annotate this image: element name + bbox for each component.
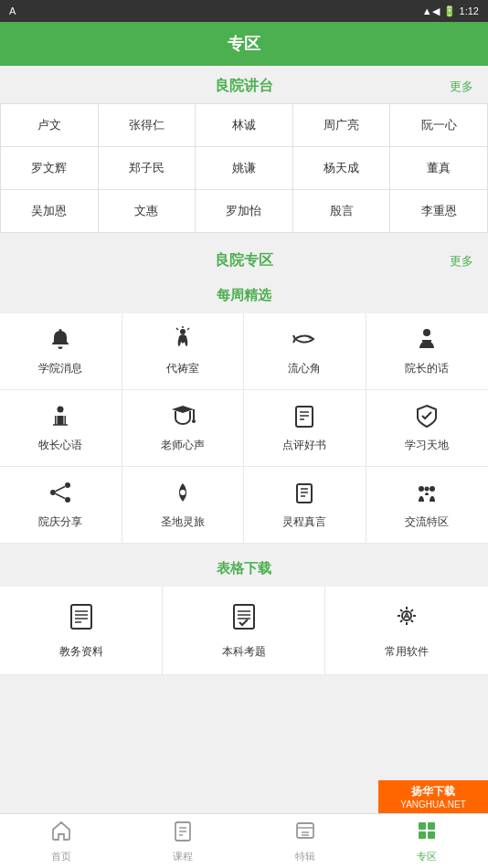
weekly-item-label: 圣地灵旅 bbox=[161, 514, 205, 530]
list-item[interactable]: 郑子民 bbox=[99, 147, 196, 190]
watermark-line2: YANGHUA.NET bbox=[400, 799, 466, 810]
exam-icon bbox=[229, 601, 259, 637]
list-item[interactable]: 李重恩 bbox=[390, 190, 488, 233]
teacher-icon bbox=[170, 403, 196, 432]
weekly-item-muzhanxinyu[interactable]: 牧长心语 bbox=[0, 390, 122, 467]
weekly-item-label: 牧长心语 bbox=[38, 438, 82, 453]
nav-item-special[interactable]: 特辑 bbox=[244, 814, 366, 869]
list-item[interactable]: 殷言 bbox=[293, 190, 391, 233]
svg-rect-32 bbox=[234, 605, 254, 629]
liangyuan-lecture-more[interactable]: 更多 bbox=[446, 79, 473, 95]
weekly-item-jiaoliutequv[interactable]: 交流特区 bbox=[366, 467, 489, 544]
bell-icon bbox=[48, 326, 73, 355]
weekly-item-xueyuanxiaoxi[interactable]: 学院消息 bbox=[0, 313, 122, 390]
weekly-item-label: 老师心声 bbox=[161, 438, 205, 453]
table-download-title: 表格下载 bbox=[217, 560, 271, 576]
liangyuan-zone-more[interactable]: 更多 bbox=[446, 253, 473, 270]
nav-item-course[interactable]: 课程 bbox=[122, 814, 245, 869]
table-item-changyongruanjian[interactable]: 常用软件 bbox=[325, 587, 488, 675]
fish-icon bbox=[290, 326, 319, 355]
table-item-label: 常用软件 bbox=[385, 644, 429, 660]
share-icon bbox=[48, 480, 73, 509]
special-icon bbox=[294, 820, 316, 847]
shield-icon bbox=[414, 403, 440, 432]
weekly-item-label: 交流特区 bbox=[405, 514, 449, 530]
list-item[interactable]: 卢文 bbox=[1, 104, 99, 147]
liangyuan-lecture-grid: 卢文 张得仁 林诚 周广亮 阮一心 罗文辉 郑子民 姚谦 杨天成 董真 吴加恩 … bbox=[0, 103, 488, 233]
list-item[interactable]: 董真 bbox=[390, 147, 488, 190]
list-item[interactable]: 罗文辉 bbox=[1, 147, 99, 190]
table-download-grid: 教务资料 本科考题 bbox=[0, 587, 488, 675]
weekly-item-lingchengshenyan[interactable]: 灵程真言 bbox=[244, 467, 366, 544]
svg-point-5 bbox=[423, 329, 430, 336]
book-icon bbox=[292, 403, 317, 432]
nav-label-home: 首页 bbox=[51, 850, 71, 863]
liangyuan-lecture-header: 良院讲台 更多 bbox=[0, 66, 488, 103]
holy-icon bbox=[170, 480, 196, 509]
svg-point-4 bbox=[309, 336, 312, 339]
status-time: 1:12 bbox=[460, 5, 479, 16]
nav-label-special: 特辑 bbox=[295, 850, 315, 863]
header: 专区 bbox=[0, 22, 488, 66]
svg-line-3 bbox=[176, 328, 178, 330]
table-download-header: 表格下载 bbox=[0, 551, 488, 587]
list-item[interactable]: 罗加怡 bbox=[196, 190, 293, 233]
list-item[interactable]: 阮一心 bbox=[390, 104, 488, 147]
weekly-selection-grid: 学院消息 代祷室 bbox=[0, 313, 488, 544]
list-item[interactable]: 杨天成 bbox=[293, 147, 391, 190]
nav-label-zone: 专区 bbox=[417, 850, 437, 863]
weekly-item-yuanzhangdehua[interactable]: 院长的话 bbox=[366, 313, 489, 390]
watermark: 扬华下载 YANGHUA.NET bbox=[378, 780, 488, 813]
bottom-nav: 首页 课程 特辑 bbox=[0, 813, 488, 868]
svg-line-18 bbox=[56, 494, 65, 499]
svg-point-26 bbox=[425, 487, 430, 492]
table-item-label: 本科考题 bbox=[222, 644, 266, 660]
weekly-item-label: 流心角 bbox=[288, 361, 321, 376]
software-icon bbox=[392, 601, 421, 637]
svg-line-2 bbox=[187, 328, 189, 330]
table-item-benkekaoti[interactable]: 本科考题 bbox=[163, 587, 325, 675]
pastor-icon bbox=[48, 403, 73, 432]
weekly-item-dianpinghaoshu[interactable]: 点评好书 bbox=[244, 390, 366, 467]
list-item[interactable]: 张得仁 bbox=[99, 104, 196, 147]
status-app-icon: A bbox=[9, 5, 16, 16]
liangyuan-zone-header: 良院专区 更多 bbox=[0, 240, 488, 278]
svg-rect-6 bbox=[422, 340, 431, 342]
status-bar: A ▲◀ 🔋 1:12 bbox=[0, 0, 488, 22]
weekly-item-laoshixinsheng[interactable]: 老师心声 bbox=[122, 390, 245, 467]
weekly-item-label: 代祷室 bbox=[166, 361, 199, 376]
main-content: 良院讲台 更多 卢文 张得仁 林诚 周广亮 阮一心 罗文辉 郑子民 姚谦 杨天成… bbox=[0, 66, 488, 748]
weekly-item-label: 点评好书 bbox=[282, 438, 326, 453]
exchange-icon bbox=[414, 480, 440, 509]
status-right: ▲◀ 🔋 1:12 bbox=[422, 5, 479, 17]
svg-rect-47 bbox=[419, 831, 426, 839]
weekly-item-daotaoshi[interactable]: 代祷室 bbox=[122, 313, 245, 390]
svg-point-15 bbox=[50, 490, 56, 495]
table-item-jiaowuziliao[interactable]: 教务资料 bbox=[0, 587, 163, 675]
weekly-item-label: 院庆分享 bbox=[38, 514, 82, 530]
nav-item-zone[interactable]: 专区 bbox=[366, 814, 489, 869]
weekly-item-xuexitiandi[interactable]: 学习天地 bbox=[366, 390, 489, 467]
svg-rect-10 bbox=[296, 407, 313, 427]
docs-icon bbox=[67, 601, 96, 637]
table-item-label: 教务资料 bbox=[59, 644, 103, 660]
zone-icon bbox=[416, 820, 438, 847]
status-battery: 🔋 bbox=[443, 5, 456, 17]
pray-icon bbox=[170, 326, 196, 355]
svg-point-25 bbox=[430, 486, 435, 492]
list-item[interactable]: 林诚 bbox=[196, 104, 293, 147]
weekly-item-shengdilinlv[interactable]: 圣地灵旅 bbox=[122, 467, 245, 544]
weekly-item-liuxinjiao[interactable]: 流心角 bbox=[244, 313, 366, 390]
liangyuan-lecture-title: 良院讲台 bbox=[42, 77, 446, 96]
watermark-line1: 扬华下载 bbox=[411, 784, 455, 799]
list-item[interactable]: 吴加恩 bbox=[1, 190, 99, 233]
nav-item-home[interactable]: 首页 bbox=[0, 814, 122, 869]
list-item[interactable]: 文惠 bbox=[99, 190, 196, 233]
weekly-item-label: 学习天地 bbox=[405, 438, 449, 453]
svg-point-7 bbox=[58, 407, 64, 413]
list-item[interactable]: 周广亮 bbox=[293, 104, 391, 147]
nav-label-course: 课程 bbox=[173, 850, 193, 863]
person-icon bbox=[414, 326, 440, 355]
weekly-item-yuanqingfenxiang[interactable]: 院庆分享 bbox=[0, 467, 122, 544]
list-item[interactable]: 姚谦 bbox=[196, 147, 293, 190]
